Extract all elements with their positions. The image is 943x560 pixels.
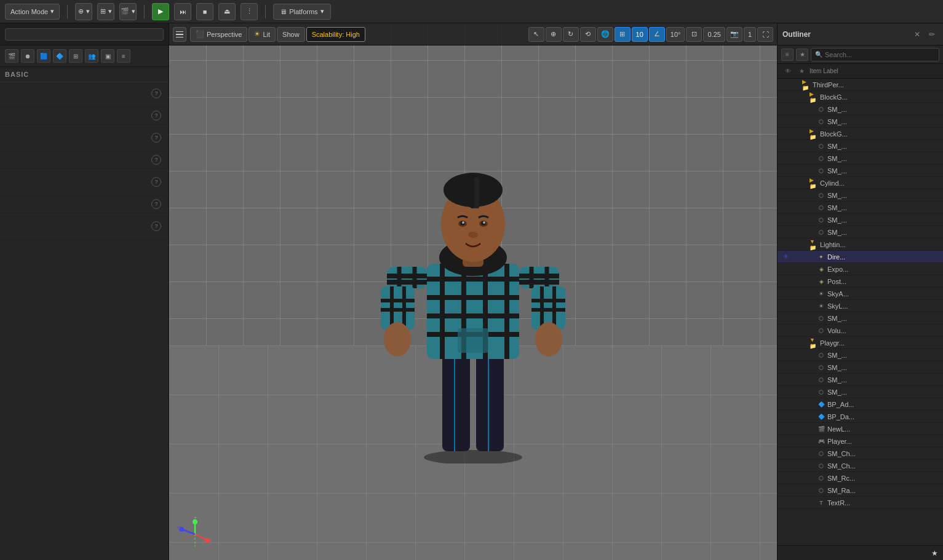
record-icon-btn[interactable]: ⏺ [21, 49, 34, 63]
outliner-row-6[interactable]: ⬡ SM_... [778, 152, 943, 165]
grid-size-btn[interactable]: 10 [632, 27, 648, 42]
panel-icon-btn[interactable]: ▣ [101, 49, 114, 63]
camera-value-btn[interactable]: 1 [744, 27, 756, 42]
viewport[interactable]: ⬛ Perspective ☀ Lit Show Scalability: Hi… [169, 23, 777, 560]
help-icon-1[interactable]: ? [151, 89, 161, 98]
help-icon-7[interactable]: ? [151, 221, 161, 231]
help-icon-5[interactable]: ? [151, 177, 161, 187]
fullscreen-icon[interactable]: ⛶ [757, 27, 773, 42]
outliner-row-2[interactable]: ⬡ SM_... [778, 103, 943, 116]
outliner-row-5[interactable]: ⬡ SM_... [778, 140, 943, 152]
left-panel-search-input[interactable] [5, 28, 164, 41]
perspective-button[interactable]: ⬛ Perspective [190, 27, 247, 42]
lit-button[interactable]: ☀ Lit [249, 27, 276, 42]
scalability-button[interactable]: Scalability: High [306, 27, 365, 42]
outliner-row-13[interactable]: ▼📁 Lightin... [778, 239, 943, 251]
layers-icon-btn[interactable]: ≡ [117, 49, 130, 63]
outliner-sort-button[interactable]: ★ [796, 49, 808, 61]
camera-icon[interactable]: 📷 [726, 27, 742, 42]
outliner-row-21[interactable]: ▼📁 Playgr... [778, 337, 943, 349]
outliner-row-29[interactable]: 🎮 Player... [778, 435, 943, 448]
outliner-row-4[interactable]: ▶📁 BlockG... [778, 128, 943, 140]
pause-icon: ⏭ [180, 8, 186, 15]
folder-icon-0: ▶📁 [802, 81, 811, 89]
layout-icon[interactable]: ⊞ [615, 27, 631, 42]
angle-icon[interactable]: ∠ [649, 27, 665, 42]
help-icon-6[interactable]: ? [151, 199, 161, 209]
list-item: ? [0, 127, 169, 149]
outliner-row-0[interactable]: ▶📁 ThirdPer... [778, 79, 943, 91]
help-icon-2[interactable]: ? [151, 111, 161, 120]
angle-value-btn[interactable]: 10° [666, 27, 685, 42]
scale-icon[interactable]: ⟲ [580, 27, 596, 42]
viewport-menu-button[interactable] [173, 27, 186, 42]
outliner-row-25[interactable]: ⬡ SM_... [778, 386, 943, 398]
outliner-row-15[interactable]: ◈ Expo... [778, 263, 943, 275]
outliner-row-24[interactable]: ⬡ SM_... [778, 374, 943, 386]
rotate-icon[interactable]: ↻ [563, 27, 579, 42]
platforms-button[interactable]: 🖥 Platforms ▾ [273, 4, 330, 20]
outliner-row-17[interactable]: ☀ SkyA... [778, 288, 943, 300]
visibility-col-header: 👁 [782, 68, 794, 74]
outliner-row-14[interactable]: 👁 ✦ Dire... [778, 251, 943, 263]
outliner-row-33[interactable]: ⬡ SM_Ra... [778, 484, 943, 497]
outliner-row-23[interactable]: ⬡ SM_... [778, 361, 943, 374]
world-grid-icon[interactable]: 🌐 [597, 27, 613, 42]
select-mode-icon[interactable]: ↖ [528, 27, 544, 42]
outliner-row-16[interactable]: ◈ Post... [778, 275, 943, 288]
shape-icon-btn[interactable]: 🔷 [53, 49, 66, 63]
outliner-row-26[interactable]: 🔷 BP_Ad... [778, 398, 943, 411]
outliner-row-7[interactable]: ⬡ SM_... [778, 165, 943, 177]
outliner-close-button[interactable]: ✕ [912, 30, 922, 39]
selection-button[interactable]: ⊞▾ [97, 3, 114, 20]
pause-button[interactable]: ⏭ [174, 3, 191, 20]
more-options-button[interactable]: ⋮ [241, 3, 258, 20]
svg-point-48 [483, 221, 485, 224]
outliner-row-30[interactable]: ⬡ SM_Ch... [778, 448, 943, 460]
outliner-row-22[interactable]: ⬡ SM_... [778, 349, 943, 361]
folder-icon-21: ▼📁 [810, 339, 818, 347]
eye-icon-14[interactable]: 👁 [783, 253, 789, 260]
outliner-row-18[interactable]: ☀ SkyL... [778, 300, 943, 312]
outliner-row-28[interactable]: 🎬 NewL... [778, 423, 943, 435]
outliner-row-19[interactable]: ⬡ SM_... [778, 312, 943, 325]
outliner-row-27[interactable]: 🔷 BP_Da... [778, 411, 943, 423]
outliner-row-8[interactable]: ▶📁 Cylind... [778, 177, 943, 189]
outliner-row-10[interactable]: ⬡ SM_... [778, 202, 943, 214]
help-icon-4[interactable]: ? [151, 155, 161, 165]
outliner-bottom-bar: ★ [778, 545, 943, 560]
play-button[interactable]: ▶ [152, 3, 169, 20]
snap-value-btn[interactable]: 0.25 [703, 27, 725, 42]
outliner-row-1[interactable]: ▶📁 BlockG... [778, 91, 943, 103]
outliner-row-34[interactable]: T TextR... [778, 497, 943, 509]
filmstrip-icon-btn[interactable]: 🎬 [5, 49, 18, 63]
cube-icon-btn[interactable]: 🟦 [37, 49, 50, 63]
help-icon-3[interactable]: ? [151, 133, 161, 143]
outliner-row-9[interactable]: ⬡ SM_... [778, 189, 943, 202]
outliner-row-11[interactable]: ⬡ SM_... [778, 214, 943, 226]
item-label-8: Cylind... [820, 179, 941, 187]
people-icon-btn[interactable]: 👥 [85, 49, 98, 63]
outliner-row-12[interactable]: ⬡ SM_... [778, 226, 943, 239]
outliner-row-32[interactable]: ⬡ SM_Rc... [778, 472, 943, 484]
stop-button[interactable]: ■ [196, 3, 213, 20]
folder-icon-13: ▼📁 [810, 240, 818, 249]
eject-button[interactable]: ⏏ [218, 3, 236, 20]
add-button[interactable]: ⊕▾ [75, 3, 92, 20]
outliner-search-input[interactable] [825, 51, 935, 58]
outliner-filter-button[interactable]: ≡ [781, 49, 794, 61]
action-mode-button[interactable]: Action Mode ▾ [5, 4, 60, 20]
lit-label: Lit [263, 31, 270, 38]
grid-icon-btn[interactable]: ⊞ [69, 49, 82, 63]
snap-icon[interactable]: ⊡ [686, 27, 702, 42]
outliner-row-20[interactable]: ⬡ Volu... [778, 325, 943, 337]
main-area: 🎬 ⏺ 🟦 🔷 ⊞ 👥 ▣ ≡ BASIC ? ? ? [0, 23, 943, 560]
show-button[interactable]: Show [277, 27, 305, 42]
outliner-edit-button[interactable]: ✏ [926, 28, 938, 41]
outliner-row-3[interactable]: ⬡ SM_... [778, 116, 943, 128]
outliner-bottom-star[interactable]: ★ [931, 549, 938, 558]
transform-icon[interactable]: ⊕ [546, 27, 562, 42]
item-label-21: Playgr... [820, 339, 941, 347]
outliner-row-31[interactable]: ⬡ SM_Ch... [778, 460, 943, 472]
cinematic-button[interactable]: 🎬▾ [119, 3, 137, 20]
